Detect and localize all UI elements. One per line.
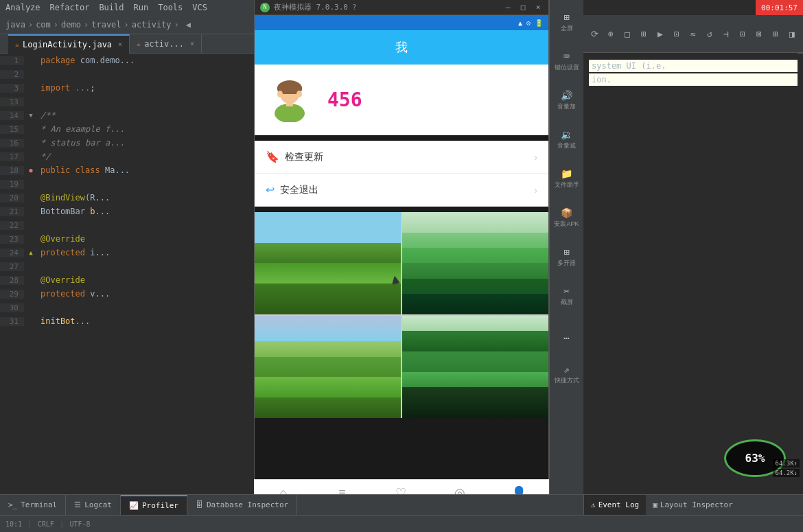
- tool-icon-10[interactable]: ⊡: [736, 27, 749, 41]
- fullscreen-label: 全屏: [561, 24, 573, 33]
- tab-login-activity[interactable]: ☕ LoginActivity.java ×: [8, 34, 130, 54]
- event-log-area: system UI (i.e. ion.: [583, 54, 803, 479]
- terminal-icon: >_: [8, 500, 17, 509]
- phone-statusbar: ▲ ⊙ 🔋: [255, 15, 548, 30]
- menu-refactor[interactable]: Refactor: [50, 3, 90, 12]
- java-icon-2: ☕: [137, 40, 141, 47]
- menu-vcs[interactable]: VCS: [192, 3, 207, 12]
- code-line-1: 1 package com.demo...: [0, 54, 254, 67]
- keybind-btn[interactable]: ⌨ 键位设置: [552, 43, 582, 80]
- log-line-1: system UI (i.e.: [589, 59, 798, 73]
- fullscreen-btn[interactable]: ⊞ 全屏: [552, 3, 582, 41]
- status-encoding: UTF-8: [69, 520, 90, 528]
- profiler-icon: 📈: [129, 501, 139, 510]
- shortcut-btn[interactable]: ⇗ 快捷方式: [552, 356, 582, 393]
- db-icon: 🗄: [196, 500, 203, 509]
- status-wifi: ⊙: [526, 19, 531, 27]
- code-line-22: 22: [0, 218, 254, 232]
- menu-item-check-update[interactable]: 🔖 检查更新 ›: [255, 141, 548, 174]
- more-btn[interactable]: …: [552, 316, 582, 354]
- tab-logcat[interactable]: ☰ Logcat: [66, 495, 121, 516]
- event-log-content: system UI (i.e. ion.: [589, 59, 798, 86]
- status-battery: 🔋: [535, 19, 543, 27]
- close-icon-2[interactable]: ×: [190, 40, 194, 47]
- tool-icon-7[interactable]: ≈: [686, 27, 700, 41]
- bottom-statusbar: 10:1 | CRLF | UTF-8: [0, 515, 803, 532]
- emu-sidebar: ⊞ 全屏 ⌨ 键位设置 🔊 音量加 🔉 音量减 📁 文件助手 📦 安装APK ⊞…: [549, 0, 583, 532]
- tool-icon-8[interactable]: ↺: [703, 27, 717, 41]
- breadcrumb-com[interactable]: com: [36, 20, 51, 30]
- tab-database-inspector[interactable]: 🗄 Database Inspector: [187, 495, 297, 516]
- close-icon[interactable]: ×: [118, 41, 122, 48]
- tool-icon-13[interactable]: ◨: [785, 27, 799, 41]
- code-line-29: 29 protected v...: [0, 287, 254, 301]
- code-line-15: 15 * An example f...: [0, 122, 254, 136]
- nox-logo: N: [260, 3, 270, 12]
- menu-analyze[interactable]: Analyze: [5, 3, 40, 12]
- code-line-3: 3 import ...;: [0, 81, 254, 95]
- breadcrumb-travel[interactable]: travel: [91, 20, 121, 30]
- tab-event-log[interactable]: ⚠ Event Log: [584, 495, 646, 516]
- tool-icon-3[interactable]: □: [620, 27, 634, 41]
- vol-down-btn[interactable]: 🔉 音量减: [552, 121, 582, 159]
- tool-icon-12[interactable]: ⊞: [769, 27, 782, 41]
- log-text-1: system UI (i.e.: [589, 60, 798, 72]
- code-line-18: 18 ● public class Ma...: [0, 163, 254, 177]
- code-line-17: 17 */: [0, 150, 254, 163]
- multi-open-btn[interactable]: ⊞ 多开器: [552, 238, 582, 276]
- tab-activity[interactable]: ☕ activ... ×: [130, 34, 202, 54]
- db-label: Database Inspector: [207, 500, 288, 509]
- close-icon[interactable]: ×: [533, 3, 543, 12]
- vol-down-icon: 🔉: [561, 129, 572, 140]
- rolling-hills-image: [255, 316, 401, 418]
- code-line-20: 20 @BindView(R...: [0, 191, 254, 205]
- menu-item-logout[interactable]: ↩ 安全退出 ›: [255, 174, 548, 207]
- minimize-icon[interactable]: —: [503, 3, 513, 12]
- maximize-icon[interactable]: □: [518, 3, 528, 12]
- status-sep2: |: [60, 520, 65, 529]
- tab-label-2: activ...: [144, 39, 184, 49]
- vol-down-label: 音量减: [557, 141, 576, 150]
- logcat-label: Logcat: [84, 500, 112, 509]
- help-icon[interactable]: ?: [352, 3, 357, 12]
- menu-build[interactable]: Build: [99, 3, 124, 12]
- tab-terminal[interactable]: >_ Terminal: [0, 495, 66, 516]
- tool-icon-1[interactable]: ⟳: [587, 27, 601, 41]
- menu-label-update: 检查更新: [285, 151, 323, 163]
- app-topbar: 我: [255, 30, 548, 65]
- svg-rect-6: [286, 101, 293, 106]
- chevron-right-icon: ›: [534, 152, 537, 163]
- tool-icon-9[interactable]: ⊣: [719, 27, 733, 41]
- code-line-13: 13: [0, 95, 254, 108]
- bottom-tabs: >_ Terminal ☰ Logcat 📈 Profiler 🗄 Databa…: [0, 494, 583, 515]
- tab-profiler[interactable]: 📈 Profiler: [121, 495, 187, 516]
- screenshot-btn[interactable]: ✂ 截屏: [552, 277, 582, 315]
- tool-icon-2[interactable]: ⊕: [604, 27, 618, 41]
- avatar-container: [266, 76, 314, 124]
- tool-icon-5[interactable]: ▶: [653, 27, 667, 41]
- install-apk-btn[interactable]: 📦 安装APK: [552, 199, 582, 237]
- user-number: 456: [327, 89, 362, 111]
- tool-icon-11[interactable]: ⊠: [752, 27, 766, 41]
- multi-open-label: 多开器: [557, 259, 576, 268]
- breadcrumb-java[interactable]: java: [5, 20, 25, 30]
- tab-layout-inspector[interactable]: ▣ Layout Inspector: [646, 495, 740, 516]
- emu-title-left: N 夜神模拟器 7.0.3.0 ?: [260, 2, 357, 12]
- fold-icon[interactable]: ▼: [29, 112, 32, 119]
- file-assist-btn[interactable]: 📁 文件助手: [552, 160, 582, 198]
- menu-tools[interactable]: Tools: [158, 3, 183, 12]
- tool-icon-6[interactable]: ⊡: [670, 27, 684, 41]
- shortcut-icon: ⇗: [563, 364, 569, 375]
- vol-up-btn[interactable]: 🔊 音量加: [552, 82, 582, 119]
- layout-icon: ▣: [653, 500, 657, 509]
- install-apk-label: 安装APK: [554, 220, 579, 229]
- tab-bar: ☕ LoginActivity.java × ☕ activ... ×: [0, 34, 254, 54]
- menu-run[interactable]: Run: [134, 3, 149, 12]
- breadcrumb-demo[interactable]: demo: [61, 20, 81, 30]
- tool-icon-4[interactable]: ⊞: [637, 27, 651, 41]
- java-icon: ☕: [15, 41, 19, 48]
- breadcrumb-activity[interactable]: activity: [132, 20, 172, 30]
- screenshot-icon: ✂: [563, 286, 569, 297]
- breadcrumb-back-icon[interactable]: ◀: [186, 20, 191, 30]
- image-cell-3: [255, 316, 401, 418]
